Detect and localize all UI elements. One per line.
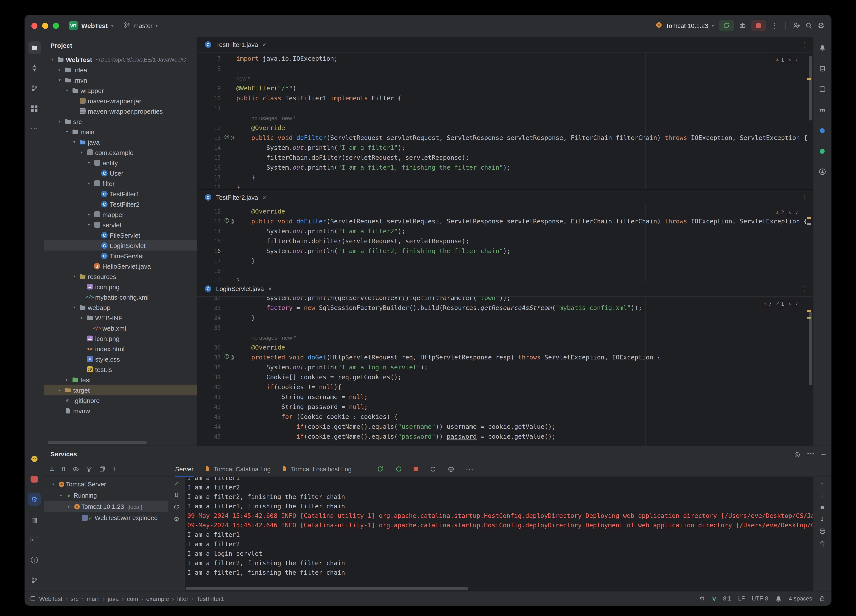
project-tree-item[interactable]: ▾servlet (44, 220, 197, 230)
warning-badge[interactable]: ⚠1 (776, 55, 784, 65)
project-tree-item[interactable]: maven-wrapper.properties (44, 106, 197, 116)
soft-wrap-icon[interactable]: ≡ (820, 504, 824, 511)
chevron-expanded-icon[interactable]: ▾ (56, 78, 63, 82)
lock-icon[interactable] (819, 595, 825, 602)
branch-widget[interactable]: master ▾ (123, 22, 158, 30)
services-tree-item[interactable]: ▾Tomcat Server (44, 479, 168, 490)
code-line[interactable]: if(cookies != null){ (236, 382, 342, 392)
breadcrumb-item[interactable]: example (146, 595, 169, 602)
add-service-icon[interactable]: + (112, 465, 116, 473)
project-tree-item[interactable]: ▾src (44, 116, 197, 126)
code-line[interactable]: @Override (236, 343, 285, 353)
run-console[interactable]: I am a filter1I am a filter2I am a filte… (185, 477, 813, 591)
services-tree-item[interactable]: ▾▶Running (44, 490, 168, 501)
override-gutter-icon[interactable] (224, 353, 230, 362)
chevron-expanded-icon[interactable]: ▾ (56, 119, 63, 123)
chevron-expanded-icon[interactable]: ▾ (65, 505, 72, 509)
stop-button[interactable] (751, 20, 766, 31)
project-tree-item[interactable]: </>web.xml (44, 323, 197, 333)
project-tree-item[interactable]: ▾webapp (44, 302, 197, 313)
code-line[interactable]: public void doFilter(ServletRequest serv… (236, 217, 807, 226)
project-tree-item[interactable]: icon.png (44, 333, 197, 343)
tool-window-button-commit[interactable] (28, 62, 41, 74)
tool-window-button-git[interactable] (28, 574, 41, 587)
services-tree-item[interactable]: ✓WebTest:war exploded (44, 512, 168, 524)
console-horizontal-scrollbar[interactable] (185, 586, 813, 591)
editor-tab[interactable]: C TestFilter1.java × (197, 37, 272, 52)
breadcrumb-item[interactable]: WebTest (39, 595, 62, 602)
caret-position[interactable]: 8:1 (723, 595, 731, 602)
notification-bell-icon[interactable] (775, 595, 782, 602)
close-tab-icon[interactable]: × (262, 41, 266, 48)
console-tab[interactable]: Server (175, 462, 194, 476)
chevron-expanded-icon[interactable]: ▾ (85, 223, 92, 227)
code-line[interactable]: System.out.println("I am a filter2, fini… (236, 246, 511, 256)
project-tree-item[interactable]: mvnw (44, 405, 197, 416)
prev-problem-icon[interactable]: ∧ (788, 208, 791, 217)
breadcrumb-item[interactable]: java (108, 595, 119, 602)
v-plugin-icon[interactable]: V (712, 595, 716, 602)
tool-window-button-structure[interactable] (28, 102, 41, 115)
code-line[interactable]: } (236, 183, 240, 189)
tool-window-button-database[interactable] (816, 62, 829, 75)
more-options-icon[interactable]: ⋮ (771, 22, 779, 29)
project-tree-item[interactable]: #style.css (44, 354, 197, 364)
project-tree-item[interactable]: </>mybatis-config.xml (44, 292, 197, 302)
project-tree-item[interactable]: ▾java (44, 137, 197, 147)
editor-tab[interactable]: C LoginServlet.java × (197, 281, 278, 296)
prev-problem-icon[interactable]: ∧ (788, 299, 791, 309)
code-line[interactable]: if(cookie.getName().equals("password")) … (236, 432, 556, 442)
chevron-collapsed-icon[interactable]: ▸ (56, 388, 63, 392)
breadcrumb-item[interactable]: main (86, 595, 100, 602)
more-icon[interactable]: ⋯ (807, 450, 815, 457)
zoom-window-button[interactable] (53, 23, 59, 29)
run-configuration-selector[interactable]: Tomcat 10.1.23 ▾ (655, 22, 714, 30)
collapse-all-icon[interactable]: ⇈ (61, 466, 66, 472)
stop-server-icon[interactable] (414, 467, 418, 471)
clear-icon[interactable] (819, 540, 826, 547)
project-tree-item[interactable]: ▾entity (44, 157, 197, 168)
chevron-expanded-icon[interactable]: ▾ (57, 493, 65, 497)
line-separator[interactable]: LF (738, 595, 745, 602)
breadcrumb-item[interactable]: com (127, 595, 138, 602)
search-icon[interactable] (805, 22, 813, 29)
tool-window-button-notifications[interactable] (816, 41, 829, 54)
project-tree-item[interactable]: icon.png (44, 282, 197, 292)
code-line[interactable]: System.out.println("I am a filter1, fini… (236, 163, 511, 172)
breadcrumb-item[interactable]: filter (177, 595, 188, 602)
chevron-expanded-icon[interactable]: ▾ (78, 316, 85, 320)
more-icon[interactable]: ⋯ (466, 465, 473, 473)
editor-scrollbar[interactable] (809, 56, 812, 120)
tool-window-button-toolbox[interactable] (28, 473, 41, 485)
code-editor[interactable]: 32 System.out.println(getServletContext(… (197, 297, 813, 445)
override-gutter-icon[interactable] (224, 133, 230, 143)
chevron-expanded-icon[interactable]: ▾ (63, 88, 71, 92)
debug-button-icon[interactable] (739, 22, 746, 29)
tool-window-button-terminal[interactable]: >_ (28, 533, 41, 546)
services-tree-item[interactable]: ▾Tomcat 10.1.23[local] (44, 501, 168, 512)
breadcrumb-item[interactable]: TestFilter1 (197, 595, 224, 602)
code-line[interactable]: System.out.println(getServletContext().g… (236, 297, 511, 303)
code-line[interactable]: Cookie[] cookies = req.getCookies(); (236, 372, 402, 382)
target-icon[interactable]: ◎ (794, 451, 800, 457)
code-line[interactable]: @WebFilter("/*") (236, 83, 296, 93)
prev-problem-icon[interactable]: ∧ (788, 55, 791, 65)
project-tree-item[interactable]: ▾WEB-INF (44, 313, 197, 323)
project-tree-item[interactable]: ▾filter (44, 178, 197, 189)
scroll-to-end-icon[interactable]: ↧ (820, 516, 825, 522)
settings-icon[interactable]: ⚙ (174, 516, 179, 522)
close-window-button[interactable] (31, 23, 37, 29)
minimize-window-button[interactable] (42, 23, 48, 29)
rerun-button[interactable] (719, 20, 734, 31)
code-line[interactable]: @Override (236, 123, 285, 133)
code-line[interactable]: protected void doGet(HttpServletRequest … (236, 353, 661, 362)
scroll-up-icon[interactable]: ↑ (821, 481, 824, 487)
tool-window-button-profiler[interactable] (816, 165, 829, 178)
project-tree-item[interactable]: ▾.mvn (44, 75, 197, 85)
tool-window-button-coverage[interactable] (816, 145, 829, 157)
chevron-collapsed-icon[interactable]: ▸ (85, 212, 92, 217)
file-encoding[interactable]: UTF-8 (751, 595, 768, 602)
tool-window-button-ai[interactable] (28, 453, 41, 465)
tool-window-button-plugin[interactable] (816, 83, 829, 95)
tool-window-button-services[interactable]: ⚙ (28, 493, 41, 506)
